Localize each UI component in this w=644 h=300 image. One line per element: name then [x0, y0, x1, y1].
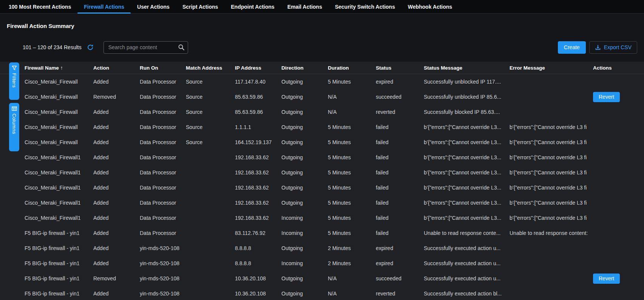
cell-status-message: Successfully executed action u... — [424, 260, 510, 266]
search-input[interactable] — [103, 41, 188, 54]
cell-match-address: Source — [186, 94, 235, 100]
cell-firewall-name: F5 BIG-ip firewall - yin1 — [25, 230, 93, 236]
cell-status: failed — [376, 185, 424, 191]
cell-action: Added — [93, 245, 140, 251]
tab-user-actions[interactable]: User Actions — [131, 0, 176, 13]
cell-action: Added — [93, 169, 140, 176]
cell-duration: 5 Minutes — [328, 200, 376, 206]
cell-direction: Outgoing — [281, 124, 328, 130]
column-header-action[interactable]: Action — [93, 65, 140, 71]
column-header-error-message[interactable]: Error Message — [510, 65, 593, 71]
cell-run-on: Data Processor — [140, 230, 186, 236]
column-header-duration[interactable]: Duration — [328, 65, 376, 71]
cell-status-message: Successfully executed action u... — [424, 245, 510, 251]
column-header-ip-address[interactable]: IP Address — [235, 65, 281, 71]
cell-direction: Outgoing — [281, 185, 328, 191]
cell-actions: Revert — [593, 274, 644, 284]
revert-button[interactable]: Revert — [593, 274, 620, 284]
cell-status-message: Successfully executed action bl... — [424, 291, 510, 297]
refresh-icon[interactable] — [87, 44, 94, 51]
cell-ip-address: 8.8.8.8 — [235, 260, 281, 266]
table-row: F5 BIG-ip firewall - yin1 Added yin-mds-… — [0, 241, 644, 256]
table-row: Cisco_Meraki_Firewall1 Added Data Proces… — [0, 195, 644, 210]
cell-firewall-name: Cisco_Meraki_Firewall1 — [25, 169, 93, 176]
tab-webhook-actions[interactable]: Webhook Actions — [402, 0, 459, 13]
cell-firewall-name: Cisco_Meraki_Firewall — [25, 94, 93, 100]
sidebar-tab-filters[interactable]: Filters — [9, 62, 19, 100]
cell-action: Added — [93, 79, 140, 85]
tab-firewall-actions[interactable]: Firewall Actions — [77, 0, 131, 13]
cell-match-address: Source — [186, 109, 235, 115]
column-header-match-address[interactable]: Match Address — [186, 65, 235, 71]
cell-direction: Outgoing — [281, 275, 328, 281]
cell-firewall-name: F5 BIG-ip firewall - yin1 — [25, 260, 93, 266]
table-row: Cisco_Meraki_Firewall1 Added Data Proces… — [0, 210, 644, 225]
cell-error-message: b'{"errors":["Cannot override L3 fi — [510, 169, 593, 176]
tab-security-switch-actions[interactable]: Security Switch Actions — [329, 0, 402, 13]
cell-run-on: yin-mds-520-108 — [140, 275, 186, 281]
cell-status-message: b'{"errors":["Cannot override L3... — [424, 169, 510, 176]
tab-100-most-recent-actions[interactable]: 100 Most Recent Actions — [2, 0, 77, 13]
cell-error-message: b'{"errors":["Cannot override L3 fi — [510, 139, 593, 145]
export-csv-button[interactable]: Export CSV — [589, 41, 637, 54]
cell-duration: 5 Minutes — [328, 230, 376, 236]
cell-status-message: b'{"errors":["Cannot override L3... — [424, 200, 510, 206]
column-header-firewall-name[interactable]: Firewall Name ↑ — [25, 65, 93, 71]
search-icon[interactable] — [178, 44, 185, 51]
cell-direction: Outgoing — [281, 200, 328, 206]
table-row: Cisco_Meraki_Firewall1 Added Data Proces… — [0, 165, 644, 180]
table-row: Cisco_Meraki_Firewall Added Data Process… — [0, 104, 644, 120]
sidebar-tab-columns-label: Columns — [11, 113, 17, 134]
cell-status-message: b'{"errors":["Cannot override L3... — [424, 124, 510, 130]
cell-run-on: yin-mds-520-108 — [140, 260, 186, 266]
cell-firewall-name: Cisco_Meraki_Firewall1 — [25, 200, 93, 206]
table-row: F5 BIG-ip firewall - yin1 Added Data Pro… — [0, 225, 644, 241]
tab-script-actions[interactable]: Script Actions — [176, 0, 224, 13]
cell-run-on: yin-mds-520-108 — [140, 245, 186, 251]
column-header-direction[interactable]: Direction — [281, 65, 328, 71]
cell-error-message: b'{"errors":["Cannot override L3 fi — [510, 215, 593, 221]
sidebar-tab-columns[interactable]: Columns — [9, 103, 19, 151]
cell-duration: 5 Minutes — [328, 124, 376, 130]
cell-ip-address: 192.168.33.62 — [235, 200, 281, 206]
cell-status-message: b'{"errors":["Cannot override L3... — [424, 139, 510, 145]
cell-error-message: b'{"errors":["Cannot override L3 fi — [510, 154, 593, 160]
cell-status: expired — [376, 260, 424, 266]
cell-run-on: yin-mds-520-108 — [140, 291, 186, 297]
cell-run-on: Data Processor — [140, 109, 186, 115]
cell-firewall-name: Cisco_Meraki_Firewall — [25, 139, 93, 145]
cell-run-on: Data Processor — [140, 124, 186, 130]
cell-action: Added — [93, 291, 140, 297]
tab-endpoint-actions[interactable]: Endpoint Actions — [224, 0, 281, 13]
column-header-actions: Actions — [593, 65, 644, 71]
column-header-status[interactable]: Status — [376, 65, 424, 71]
column-header-run-on[interactable]: Run On — [140, 65, 186, 71]
cell-status-message: Successfully executed action u... — [424, 275, 510, 281]
revert-button[interactable]: Revert — [593, 92, 620, 102]
cell-duration: 2 Minutes — [328, 245, 376, 251]
cell-duration: 5 Minutes — [328, 215, 376, 221]
cell-match-address: Source — [186, 139, 235, 145]
cell-duration: N/A — [328, 291, 376, 297]
table-row: Cisco_Meraki_Firewall Added Data Process… — [0, 135, 644, 150]
cell-error-message: Unable to read response content: — [510, 230, 593, 236]
filter-icon — [12, 65, 17, 71]
cell-match-address: Source — [186, 124, 235, 130]
cell-ip-address: 8.8.8.8 — [235, 245, 281, 251]
cell-direction: Outgoing — [281, 169, 328, 176]
cell-run-on: Data Processor — [140, 185, 186, 191]
cell-direction: Incoming — [281, 230, 328, 236]
create-button[interactable]: Create — [558, 41, 586, 54]
cell-direction: Outgoing — [281, 94, 328, 100]
cell-firewall-name: Cisco_Meraki_Firewall1 — [25, 215, 93, 221]
cell-duration: 5 Minutes — [328, 79, 376, 85]
cell-firewall-name: Cisco_Meraki_Firewall1 — [25, 185, 93, 191]
cell-ip-address: 85.63.59.86 — [235, 109, 281, 115]
toolbar-actions: Create Export CSV — [558, 41, 637, 54]
export-csv-label: Export CSV — [604, 44, 632, 50]
cell-action: Added — [93, 230, 140, 236]
tab-email-actions[interactable]: Email Actions — [281, 0, 329, 13]
column-header-status-message[interactable]: Status Message — [424, 65, 510, 71]
results-count: 101 – 120 of 234 Results — [23, 44, 82, 50]
cell-direction: Outgoing — [281, 79, 328, 85]
